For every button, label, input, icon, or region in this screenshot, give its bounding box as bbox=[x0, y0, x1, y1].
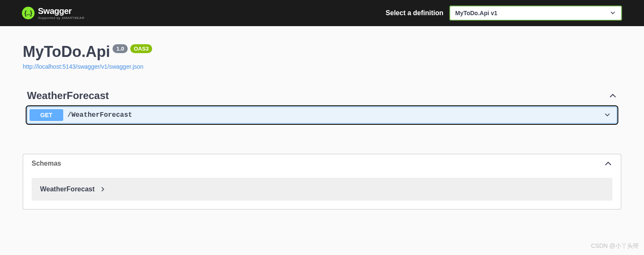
definition-select-label: Select a definition bbox=[386, 9, 443, 17]
schema-item-weatherforecast[interactable]: WeatherForecast bbox=[32, 178, 612, 201]
main-content: MyToDo.Api 1.0 OAS3 http://localhost:514… bbox=[23, 26, 621, 218]
chevron-right-icon bbox=[100, 186, 106, 192]
schema-name: WeatherForecast bbox=[40, 185, 95, 193]
operation-summary[interactable]: GET /WeatherForecast bbox=[27, 107, 617, 123]
api-info: MyToDo.Api 1.0 OAS3 http://localhost:514… bbox=[23, 43, 621, 87]
schemas-body: WeatherForecast bbox=[23, 173, 621, 209]
chevron-down-icon bbox=[604, 111, 611, 119]
topbar-right: Select a definition MyToDo.Api v1 bbox=[386, 5, 644, 21]
api-title: MyToDo.Api bbox=[23, 43, 110, 61]
schemas-section: Schemas WeatherForecast bbox=[23, 154, 621, 209]
brand-subtitle: Supported by SMARTBEAR bbox=[38, 16, 84, 20]
chevron-up-icon bbox=[604, 159, 612, 168]
oas-badge: OAS3 bbox=[130, 44, 152, 53]
swagger-logo-icon: {..} bbox=[22, 7, 35, 19]
spec-url-link[interactable]: http://localhost:5143/swagger/v1/swagger… bbox=[23, 63, 143, 70]
tag-name: WeatherForecast bbox=[27, 90, 109, 102]
chevron-down-icon bbox=[609, 10, 616, 16]
http-method-badge: GET bbox=[30, 109, 63, 121]
swagger-logo[interactable]: {..} Swagger Supported by SMARTBEAR bbox=[22, 6, 84, 20]
chevron-up-icon bbox=[609, 91, 617, 100]
operation-path: /WeatherForecast bbox=[63, 111, 604, 119]
schemas-title: Schemas bbox=[32, 160, 61, 167]
definition-selected-value: MyToDo.Api v1 bbox=[455, 10, 609, 16]
version-badge: 1.0 bbox=[113, 44, 128, 53]
topbar-left: {..} Swagger Supported by SMARTBEAR bbox=[0, 6, 84, 20]
definition-select[interactable]: MyToDo.Api v1 bbox=[449, 5, 622, 21]
tag-section-weatherforecast: WeatherForecast GET /WeatherForecast bbox=[23, 87, 621, 137]
topbar: {..} Swagger Supported by SMARTBEAR Sele… bbox=[0, 0, 644, 26]
schemas-header[interactable]: Schemas bbox=[23, 154, 621, 173]
brand-name: Swagger bbox=[38, 6, 84, 16]
operation-get-weatherforecast: GET /WeatherForecast bbox=[27, 107, 617, 123]
tag-header[interactable]: WeatherForecast bbox=[27, 87, 617, 107]
